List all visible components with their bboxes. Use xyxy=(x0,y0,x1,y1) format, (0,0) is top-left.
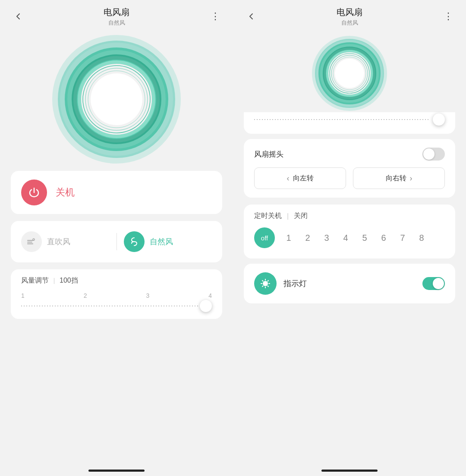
speed-divider xyxy=(54,278,54,284)
right-back-button[interactable] xyxy=(243,9,259,24)
speed-title: 风量调节 xyxy=(21,276,49,285)
fan-head-row: 风扇摇头 xyxy=(254,148,445,161)
mode-card: 直吹风 自然风 xyxy=(11,221,222,262)
turn-left-button[interactable]: ‹ 向左转 xyxy=(254,167,346,189)
speed-label-2: 2 xyxy=(84,292,87,299)
left-menu-icon: ⋮ xyxy=(211,11,220,22)
left-header: 电风扇 自然风 ⋮ xyxy=(0,0,233,26)
timer-3[interactable]: 3 xyxy=(321,233,332,243)
partial-slider-thumb[interactable] xyxy=(433,113,445,126)
timer-status: 关闭 xyxy=(294,211,308,221)
timer-6[interactable]: 6 xyxy=(378,233,389,243)
indicator-icon xyxy=(259,277,271,290)
svg-point-8 xyxy=(91,73,142,125)
timer-5[interactable]: 5 xyxy=(359,233,370,243)
left-subtitle: 自然风 xyxy=(104,19,129,27)
timer-8[interactable]: 8 xyxy=(416,233,427,243)
timer-7[interactable]: 7 xyxy=(397,233,408,243)
speed-value: 100挡 xyxy=(60,276,78,285)
speed-label-4: 4 xyxy=(208,292,212,299)
timer-divider-bar: | xyxy=(287,212,289,220)
indicator-icon-circle xyxy=(254,272,277,295)
turn-left-label: 向左转 xyxy=(293,174,314,183)
speed-header: 风量调节 100挡 xyxy=(21,276,212,285)
turn-right-button[interactable]: 向右转 › xyxy=(353,167,445,189)
left-home-indicator xyxy=(88,470,145,472)
power-icon xyxy=(28,186,40,199)
fan-head-label: 风扇摇头 xyxy=(254,149,283,159)
indicator-toggle-knob xyxy=(433,278,444,289)
slider-line xyxy=(21,306,212,306)
right-panel: 电风扇 自然风 ⋮ 风扇摇头 xyxy=(233,0,466,476)
svg-point-18 xyxy=(263,281,268,286)
turn-right-label: 向右转 xyxy=(386,174,406,183)
left-panel: 电风扇 自然风 ⋮ xyxy=(0,0,233,476)
power-card: 关机 xyxy=(11,171,222,214)
left-menu-button[interactable]: ⋮ xyxy=(207,9,223,24)
mode-divider xyxy=(116,233,117,250)
straight-wind-label: 直吹风 xyxy=(47,236,70,247)
turn-right-chevron: › xyxy=(410,174,412,183)
indicator-row: 指示灯 xyxy=(254,272,445,295)
timer-off-label: off xyxy=(261,234,268,242)
indicator-label: 指示灯 xyxy=(283,278,416,289)
svg-point-17 xyxy=(335,59,364,88)
timer-4[interactable]: 4 xyxy=(340,233,351,243)
right-menu-button[interactable]: ⋮ xyxy=(440,9,456,24)
fan-head-toggle-knob xyxy=(423,148,435,160)
right-header: 电风扇 自然风 ⋮ xyxy=(233,0,466,26)
fan-ring-small-visual xyxy=(311,35,388,112)
partial-slider xyxy=(254,119,429,120)
speed-card: 风量调节 100挡 1 2 3 4 xyxy=(11,269,222,319)
speed-labels: 1 2 3 4 xyxy=(21,292,212,299)
indicator-toggle[interactable] xyxy=(422,277,445,290)
natural-wind-icon-circle xyxy=(124,231,145,252)
timer-2[interactable]: 2 xyxy=(302,233,313,243)
right-home-indicator xyxy=(321,470,378,472)
timer-1[interactable]: 1 xyxy=(283,233,294,243)
timer-header: 定时关机 | 关闭 xyxy=(254,211,445,221)
fan-head-toggle[interactable] xyxy=(422,148,445,161)
turn-left-chevron: ‹ xyxy=(287,174,290,183)
mode-straight[interactable]: 直吹风 xyxy=(21,230,110,254)
left-fan-ring xyxy=(52,35,181,164)
timer-off-button[interactable]: off xyxy=(254,227,275,248)
timer-card: 定时关机 | 关闭 off 1 2 3 4 5 6 7 8 xyxy=(244,205,455,258)
speed-label-3: 3 xyxy=(146,292,149,299)
fan-ring-visual xyxy=(52,35,181,164)
indicator-card: 指示灯 xyxy=(244,264,455,303)
right-fan-ring xyxy=(311,35,388,112)
straight-wind-icon-circle xyxy=(21,231,42,252)
right-title-group: 电风扇 自然风 xyxy=(337,6,362,27)
natural-wind-icon xyxy=(129,236,140,247)
power-button[interactable] xyxy=(21,180,47,205)
mode-natural[interactable]: 自然风 xyxy=(124,230,212,254)
right-title: 电风扇 xyxy=(337,6,362,18)
power-label: 关机 xyxy=(56,186,75,199)
direction-buttons: ‹ 向左转 向右转 › xyxy=(254,167,445,189)
straight-wind-icon xyxy=(26,236,37,247)
natural-wind-label: 自然风 xyxy=(150,236,173,247)
left-title-group: 电风扇 自然风 xyxy=(104,6,129,27)
fan-head-card: 风扇摇头 ‹ 向左转 向右转 › xyxy=(244,139,455,198)
left-back-button[interactable] xyxy=(10,9,26,24)
right-menu-icon: ⋮ xyxy=(444,11,453,22)
partial-speed-card xyxy=(244,112,455,134)
speed-label-1: 1 xyxy=(21,292,25,299)
left-title: 电风扇 xyxy=(104,6,129,18)
timer-options: off 1 2 3 4 5 6 7 8 xyxy=(254,227,445,248)
slider-thumb[interactable] xyxy=(200,300,212,312)
speed-slider[interactable] xyxy=(21,302,212,310)
timer-title: 定时关机 xyxy=(254,211,282,221)
right-subtitle: 自然风 xyxy=(337,19,362,27)
